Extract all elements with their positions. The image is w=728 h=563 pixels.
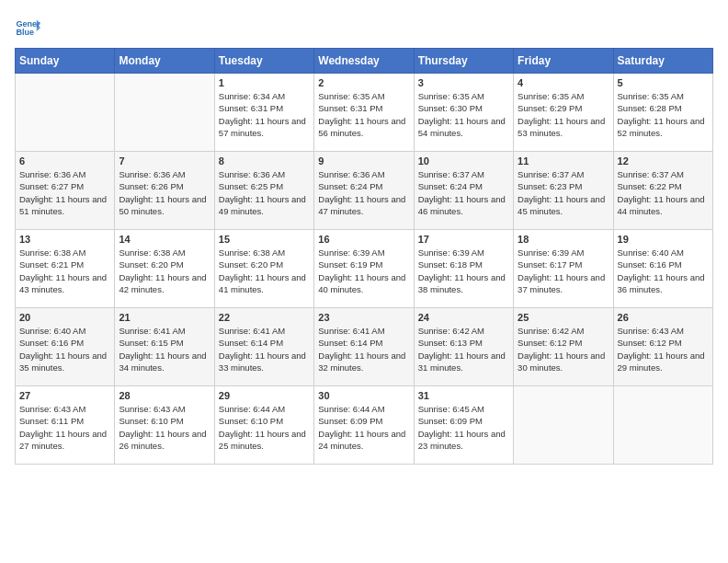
cell-info: Sunrise: 6:36 AM Sunset: 6:24 PM Dayligh… (318, 168, 409, 217)
calendar-cell: 23Sunrise: 6:41 AM Sunset: 6:14 PM Dayli… (314, 308, 414, 386)
cell-info: Sunrise: 6:41 AM Sunset: 6:14 PM Dayligh… (219, 325, 310, 373)
day-number: 9 (318, 155, 409, 167)
calendar-cell: 27Sunrise: 6:43 AM Sunset: 6:11 PM Dayli… (16, 386, 115, 465)
header-row: SundayMondayTuesdayWednesdayThursdayFrid… (16, 49, 713, 74)
day-number: 26 (618, 312, 709, 323)
calendar-cell: 31Sunrise: 6:45 AM Sunset: 6:09 PM Dayli… (414, 386, 513, 465)
cell-info: Sunrise: 6:35 AM Sunset: 6:28 PM Dayligh… (618, 90, 709, 139)
day-number: 29 (219, 390, 310, 401)
calendar-week-3: 13Sunrise: 6:38 AM Sunset: 6:21 PM Dayli… (16, 230, 713, 308)
calendar-cell: 26Sunrise: 6:43 AM Sunset: 6:12 PM Dayli… (613, 308, 712, 386)
cell-info: Sunrise: 6:45 AM Sunset: 6:09 PM Dayligh… (418, 403, 509, 452)
cell-info: Sunrise: 6:41 AM Sunset: 6:14 PM Dayligh… (318, 325, 409, 373)
calendar-cell: 16Sunrise: 6:39 AM Sunset: 6:19 PM Dayli… (314, 230, 414, 308)
cell-info: Sunrise: 6:39 AM Sunset: 6:17 PM Dayligh… (518, 247, 609, 295)
calendar-cell: 17Sunrise: 6:39 AM Sunset: 6:18 PM Dayli… (414, 230, 513, 308)
calendar-table: SundayMondayTuesdayWednesdayThursdayFrid… (15, 48, 713, 465)
day-number: 25 (518, 312, 609, 323)
day-number: 23 (318, 312, 409, 323)
calendar-cell: 24Sunrise: 6:42 AM Sunset: 6:13 PM Dayli… (414, 308, 513, 386)
calendar-cell: 25Sunrise: 6:42 AM Sunset: 6:12 PM Dayli… (514, 308, 613, 386)
cell-info: Sunrise: 6:38 AM Sunset: 6:21 PM Dayligh… (19, 247, 110, 295)
day-number: 3 (418, 77, 509, 88)
day-header-wednesday: Wednesday (314, 49, 414, 74)
day-number: 14 (119, 234, 210, 245)
day-number: 10 (418, 155, 509, 167)
calendar-cell: 13Sunrise: 6:38 AM Sunset: 6:21 PM Dayli… (16, 230, 115, 308)
day-number: 15 (219, 234, 310, 245)
calendar-cell: 19Sunrise: 6:40 AM Sunset: 6:16 PM Dayli… (613, 230, 712, 308)
logo: General Blue (15, 15, 40, 40)
calendar-cell: 15Sunrise: 6:38 AM Sunset: 6:20 PM Dayli… (214, 230, 313, 308)
calendar-week-4: 20Sunrise: 6:40 AM Sunset: 6:16 PM Dayli… (16, 308, 713, 386)
day-number: 5 (618, 77, 709, 88)
cell-info: Sunrise: 6:36 AM Sunset: 6:27 PM Dayligh… (19, 168, 110, 217)
cell-info: Sunrise: 6:36 AM Sunset: 6:26 PM Dayligh… (119, 168, 210, 217)
calendar-cell: 5Sunrise: 6:35 AM Sunset: 6:28 PM Daylig… (613, 74, 712, 152)
cell-info: Sunrise: 6:39 AM Sunset: 6:18 PM Dayligh… (418, 247, 509, 295)
cell-info: Sunrise: 6:43 AM Sunset: 6:12 PM Dayligh… (618, 325, 709, 373)
day-number: 21 (119, 312, 210, 323)
day-number: 2 (318, 77, 409, 88)
cell-info: Sunrise: 6:35 AM Sunset: 6:30 PM Dayligh… (418, 90, 509, 139)
calendar-cell: 29Sunrise: 6:44 AM Sunset: 6:10 PM Dayli… (214, 386, 313, 465)
cell-info: Sunrise: 6:35 AM Sunset: 6:29 PM Dayligh… (518, 90, 609, 139)
day-number: 8 (219, 155, 310, 167)
cell-info: Sunrise: 6:43 AM Sunset: 6:10 PM Dayligh… (119, 403, 210, 452)
cell-info: Sunrise: 6:43 AM Sunset: 6:11 PM Dayligh… (19, 403, 110, 452)
calendar-cell (613, 386, 712, 465)
cell-info: Sunrise: 6:39 AM Sunset: 6:19 PM Dayligh… (318, 247, 409, 295)
cell-info: Sunrise: 6:42 AM Sunset: 6:13 PM Dayligh… (418, 325, 509, 373)
calendar-cell: 9Sunrise: 6:36 AM Sunset: 6:24 PM Daylig… (314, 152, 414, 230)
day-number: 11 (518, 155, 609, 167)
calendar-cell: 7Sunrise: 6:36 AM Sunset: 6:26 PM Daylig… (115, 152, 214, 230)
day-number: 28 (119, 390, 210, 401)
day-header-saturday: Saturday (613, 49, 712, 74)
cell-info: Sunrise: 6:42 AM Sunset: 6:12 PM Dayligh… (518, 325, 609, 373)
calendar-cell (514, 386, 613, 465)
day-number: 13 (19, 234, 110, 245)
day-header-tuesday: Tuesday (214, 49, 313, 74)
calendar-cell: 4Sunrise: 6:35 AM Sunset: 6:29 PM Daylig… (514, 74, 613, 152)
cell-info: Sunrise: 6:41 AM Sunset: 6:15 PM Dayligh… (119, 325, 210, 373)
day-number: 30 (318, 390, 409, 401)
day-number: 31 (418, 390, 509, 401)
calendar-cell: 20Sunrise: 6:40 AM Sunset: 6:16 PM Dayli… (16, 308, 115, 386)
cell-info: Sunrise: 6:37 AM Sunset: 6:22 PM Dayligh… (618, 168, 709, 217)
day-number: 4 (518, 77, 609, 88)
calendar-cell: 6Sunrise: 6:36 AM Sunset: 6:27 PM Daylig… (16, 152, 115, 230)
day-number: 1 (219, 77, 310, 88)
day-number: 27 (19, 390, 110, 401)
day-header-friday: Friday (514, 49, 613, 74)
calendar-cell: 8Sunrise: 6:36 AM Sunset: 6:25 PM Daylig… (214, 152, 313, 230)
cell-info: Sunrise: 6:37 AM Sunset: 6:23 PM Dayligh… (518, 168, 609, 217)
calendar-cell: 14Sunrise: 6:38 AM Sunset: 6:20 PM Dayli… (115, 230, 214, 308)
calendar-cell: 12Sunrise: 6:37 AM Sunset: 6:22 PM Dayli… (613, 152, 712, 230)
day-number: 12 (618, 155, 709, 167)
cell-info: Sunrise: 6:44 AM Sunset: 6:09 PM Dayligh… (318, 403, 409, 452)
calendar-cell: 11Sunrise: 6:37 AM Sunset: 6:23 PM Dayli… (514, 152, 613, 230)
day-number: 18 (518, 234, 609, 245)
calendar-cell (115, 74, 214, 152)
day-number: 19 (618, 234, 709, 245)
calendar-cell: 30Sunrise: 6:44 AM Sunset: 6:09 PM Dayli… (314, 386, 414, 465)
calendar-cell: 21Sunrise: 6:41 AM Sunset: 6:15 PM Dayli… (115, 308, 214, 386)
logo-icon: General Blue (15, 15, 40, 40)
day-header-monday: Monday (115, 49, 214, 74)
day-number: 16 (318, 234, 409, 245)
day-number: 22 (219, 312, 310, 323)
page-header: General Blue (15, 15, 713, 40)
cell-info: Sunrise: 6:35 AM Sunset: 6:31 PM Dayligh… (318, 90, 409, 139)
day-number: 7 (119, 155, 210, 167)
cell-info: Sunrise: 6:34 AM Sunset: 6:31 PM Dayligh… (219, 90, 310, 139)
day-header-sunday: Sunday (16, 49, 115, 74)
calendar-cell: 18Sunrise: 6:39 AM Sunset: 6:17 PM Dayli… (514, 230, 613, 308)
calendar-week-2: 6Sunrise: 6:36 AM Sunset: 6:27 PM Daylig… (16, 152, 713, 230)
cell-info: Sunrise: 6:40 AM Sunset: 6:16 PM Dayligh… (618, 247, 709, 295)
calendar-cell: 1Sunrise: 6:34 AM Sunset: 6:31 PM Daylig… (214, 74, 313, 152)
calendar-cell: 3Sunrise: 6:35 AM Sunset: 6:30 PM Daylig… (414, 74, 513, 152)
calendar-cell: 10Sunrise: 6:37 AM Sunset: 6:24 PM Dayli… (414, 152, 513, 230)
calendar-cell: 28Sunrise: 6:43 AM Sunset: 6:10 PM Dayli… (115, 386, 214, 465)
calendar-cell: 2Sunrise: 6:35 AM Sunset: 6:31 PM Daylig… (314, 74, 414, 152)
day-number: 20 (19, 312, 110, 323)
